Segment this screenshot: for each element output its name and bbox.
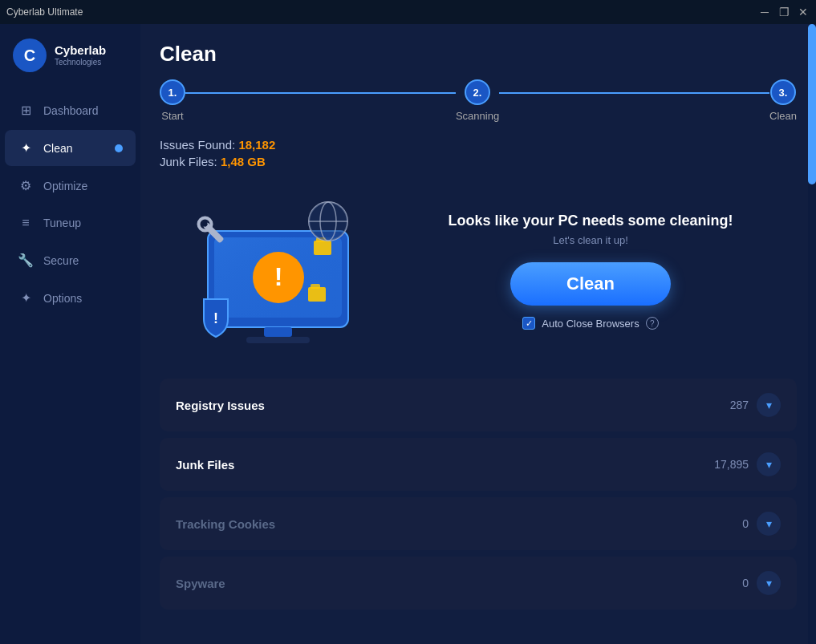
junk-files-line: Junk Files: 1,48 GB: [160, 155, 797, 168]
app-body: C Cyberlab Technologies ⊞ Dashboard ✦ Cl…: [0, 24, 816, 644]
auto-close-row: ✓ Auto Close Browsers ?: [522, 317, 658, 330]
category-list: Registry Issues 287 ▾ Junk Files 17,895 …: [160, 379, 797, 622]
category-count: 17,895: [714, 458, 749, 471]
category-count: 287: [730, 399, 749, 411]
logo-icon: C: [13, 38, 47, 72]
step-1-circle: 1.: [160, 79, 185, 105]
category-label: Junk Files: [176, 458, 234, 472]
content-area: Issues Found: 18,182 Junk Files: 1,48 GB: [140, 138, 816, 644]
clean-button[interactable]: Clean: [510, 262, 671, 306]
sidebar-item-secure[interactable]: 🔧 Secure: [5, 242, 136, 278]
sidebar-item-optimize[interactable]: ⚙ Optimize: [5, 168, 136, 204]
svg-text:!: !: [213, 310, 218, 326]
svg-rect-4: [246, 337, 310, 343]
step-line-2: [499, 92, 769, 94]
logo-area: C Cyberlab Technologies: [0, 24, 140, 91]
step-line-1: [185, 92, 456, 94]
svg-rect-7: [314, 241, 331, 255]
step-2-circle: 2.: [465, 79, 490, 105]
expand-icon[interactable]: ▾: [757, 452, 781, 476]
step-3-label: Clean: [769, 110, 797, 122]
page-title: Clean: [140, 24, 816, 79]
sidebar: C Cyberlab Technologies ⊞ Dashboard ✦ Cl…: [0, 24, 140, 644]
issues-info: Issues Found: 18,182 Junk Files: 1,48 GB: [160, 138, 797, 168]
cta-headline: Looks like your PC needs some cleaning!: [448, 213, 733, 229]
cta-sub: Let's clean it up!: [553, 234, 628, 246]
clean-icon: ✦: [18, 140, 34, 156]
issues-found-label: Issues Found:: [160, 138, 235, 152]
scrollbar-track[interactable]: [808, 24, 816, 644]
sidebar-item-options[interactable]: ✦ Options: [5, 280, 136, 316]
app-title: Cyberlab Ultimate: [6, 6, 83, 18]
svg-text:!: !: [274, 262, 283, 291]
sidebar-item-label: Tuneup: [43, 217, 81, 229]
category-label: Spyware: [176, 577, 225, 590]
maximize-button[interactable]: ❐: [777, 6, 790, 18]
category-row-junk[interactable]: Junk Files 17,895 ▾: [160, 438, 797, 491]
junk-files-label: Junk Files:: [160, 155, 217, 168]
steps-progress: 1. Start 2. Scanning 3. Clean: [140, 79, 816, 138]
dashboard-icon: ⊞: [18, 103, 34, 118]
category-count: 0: [742, 577, 749, 589]
svg-rect-10: [311, 284, 320, 289]
title-bar: Cyberlab Ultimate ─ ❐ ✕: [0, 0, 816, 24]
auto-close-checkbox[interactable]: ✓: [522, 317, 535, 330]
cta-panel: Looks like your PC needs some cleaning! …: [384, 213, 797, 330]
auto-close-label: Auto Close Browsers: [542, 318, 639, 330]
cat-right: 0 ▾: [742, 571, 781, 595]
sidebar-item-label: Secure: [43, 254, 79, 267]
expand-icon[interactable]: ▾: [757, 393, 781, 417]
category-label: Tracking Cookies: [176, 517, 275, 531]
sidebar-item-dashboard[interactable]: ⊞ Dashboard: [5, 92, 136, 128]
minimize-button[interactable]: ─: [758, 6, 771, 18]
optimize-icon: ⚙: [18, 178, 34, 193]
cat-right: 287 ▾: [730, 393, 781, 417]
svg-rect-3: [264, 327, 292, 337]
sidebar-item-label: Optimize: [43, 180, 87, 192]
illustration: !: [160, 183, 368, 359]
category-row-registry[interactable]: Registry Issues 287 ▾: [160, 379, 797, 431]
step-3: 3. Clean: [769, 79, 797, 122]
sidebar-item-tuneup[interactable]: ≡ Tuneup: [5, 205, 136, 241]
expand-icon[interactable]: ▾: [757, 571, 781, 595]
issues-found-line: Issues Found: 18,182: [160, 138, 797, 152]
sidebar-item-label: Clean: [43, 142, 73, 155]
expand-icon[interactable]: ▾: [757, 512, 781, 536]
scrollbar-thumb[interactable]: [808, 24, 816, 184]
cat-right: 0 ▾: [742, 512, 781, 536]
svg-rect-9: [308, 287, 326, 302]
junk-files-value: 1,48 GB: [221, 155, 266, 168]
sidebar-item-label: Dashboard: [43, 104, 99, 117]
step-1-label: Start: [161, 110, 183, 122]
step-2: 2. Scanning: [456, 79, 499, 122]
sidebar-item-label: Options: [43, 292, 82, 305]
step-1: 1. Start: [160, 79, 185, 122]
logo-sub: Technologies: [55, 58, 106, 67]
secure-icon: 🔧: [18, 253, 34, 268]
issues-found-value: 18,182: [238, 138, 275, 152]
sidebar-item-clean[interactable]: ✦ Clean: [5, 130, 136, 166]
window-controls: ─ ❐ ✕: [758, 6, 810, 18]
main-content: Clean 1. Start 2. Scanning 3. Clean: [140, 24, 816, 644]
logo-name: Cyberlab: [55, 43, 106, 58]
category-row-spyware[interactable]: Spyware 0 ▾: [160, 557, 797, 610]
cat-right: 17,895 ▾: [714, 452, 781, 476]
category-count: 0: [742, 517, 749, 530]
close-button[interactable]: ✕: [797, 6, 810, 18]
active-indicator: [115, 144, 123, 152]
help-icon[interactable]: ?: [646, 317, 659, 330]
main-panel: !: [160, 183, 797, 359]
logo-text: Cyberlab Technologies: [55, 43, 106, 67]
step-2-label: Scanning: [456, 110, 499, 122]
category-row-tracking[interactable]: Tracking Cookies 0 ▾: [160, 497, 797, 550]
step-3-circle: 3.: [770, 79, 796, 105]
tuneup-icon: ≡: [18, 216, 34, 230]
category-label: Registry Issues: [176, 399, 265, 412]
options-icon: ✦: [18, 290, 34, 306]
